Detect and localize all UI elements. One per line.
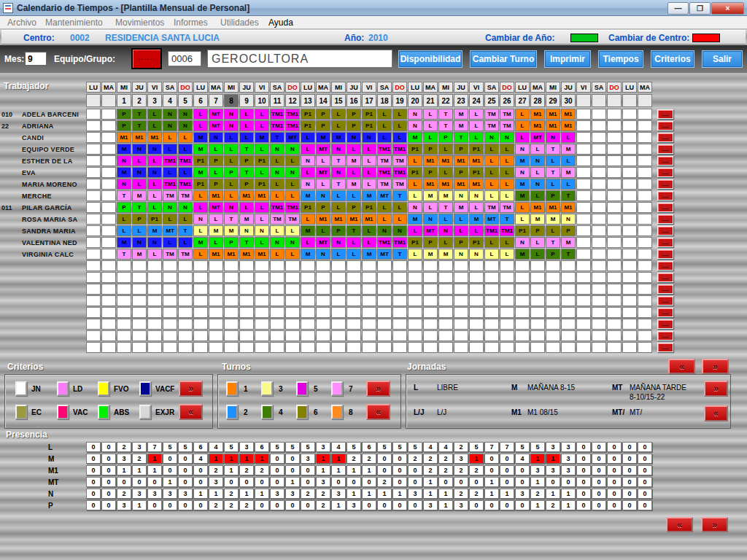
shift-cell[interactable]: M: [193, 132, 208, 143]
shift-cell[interactable]: L: [454, 225, 468, 236]
shift-cell[interactable]: TM1: [377, 167, 392, 178]
shift-cell[interactable]: M: [147, 225, 162, 236]
shift-cell[interactable]: [638, 167, 652, 178]
shift-cell[interactable]: [607, 155, 622, 166]
shift-cell[interactable]: L: [301, 144, 315, 155]
empty-cell[interactable]: [576, 272, 591, 283]
worker-options-button[interactable]: .....: [657, 191, 673, 201]
shift-cell[interactable]: L: [178, 237, 193, 248]
empty-cell[interactable]: [163, 272, 177, 283]
shift-cell[interactable]: T: [132, 120, 147, 131]
worker-options-button[interactable]: .....: [657, 226, 673, 236]
shift-cell[interactable]: [86, 132, 101, 143]
shift-cell[interactable]: L: [347, 144, 361, 155]
empty-cell[interactable]: [377, 330, 392, 341]
shift-cell[interactable]: P1: [408, 144, 422, 155]
shift-cell[interactable]: L: [469, 120, 484, 131]
shift-cell[interactable]: TM: [377, 155, 392, 166]
shift-cell[interactable]: [576, 237, 591, 248]
shift-cell[interactable]: L: [301, 214, 315, 225]
shift-cell[interactable]: [101, 144, 116, 155]
empty-cell[interactable]: [561, 307, 576, 318]
shift-cell[interactable]: M: [530, 214, 545, 225]
shift-cell[interactable]: N: [255, 225, 269, 236]
shift-cell[interactable]: N: [239, 225, 254, 236]
shift-cell[interactable]: L: [347, 190, 361, 201]
empty-cell[interactable]: [408, 272, 422, 283]
empty-cell[interactable]: [377, 260, 392, 271]
empty-cell[interactable]: [469, 260, 484, 271]
shift-cell[interactable]: P: [209, 155, 223, 166]
shift-cell[interactable]: L: [469, 225, 484, 236]
empty-cell[interactable]: [622, 342, 637, 353]
shift-cell[interactable]: [101, 167, 116, 178]
cambiar-turno-button[interactable]: Cambiar Turno: [470, 50, 537, 68]
shift-cell[interactable]: L: [285, 179, 300, 190]
shift-cell[interactable]: P: [132, 214, 147, 225]
shift-cell[interactable]: MT: [484, 214, 499, 225]
shift-cell[interactable]: L: [270, 249, 285, 260]
worker-options-button[interactable]: .....: [657, 133, 673, 142]
empty-cell[interactable]: [132, 330, 147, 341]
empty-cell[interactable]: [438, 260, 453, 271]
empty-cell[interactable]: [347, 330, 361, 341]
empty-cell[interactable]: [147, 260, 162, 271]
empty-cell[interactable]: [316, 330, 330, 341]
shift-cell[interactable]: T: [438, 120, 453, 131]
shift-cell[interactable]: L: [392, 214, 407, 225]
shift-cell[interactable]: L: [301, 237, 315, 248]
empty-cell[interactable]: [576, 319, 591, 330]
empty-cell[interactable]: [408, 260, 422, 271]
shift-cell[interactable]: [592, 179, 606, 190]
shift-cell[interactable]: P1: [147, 214, 162, 225]
empty-cell[interactable]: [622, 272, 637, 283]
shift-cell[interactable]: L: [561, 179, 576, 190]
shift-cell[interactable]: T: [438, 202, 453, 213]
shift-cell[interactable]: [622, 214, 637, 225]
empty-cell[interactable]: [147, 342, 162, 353]
worker-options-button[interactable]: .....: [657, 179, 673, 189]
empty-cell[interactable]: [132, 272, 147, 283]
empty-cell[interactable]: [454, 330, 468, 341]
menu-item-informes[interactable]: Informes: [174, 18, 208, 28]
shift-cell[interactable]: M: [193, 144, 208, 155]
shift-cell[interactable]: [592, 155, 606, 166]
shift-cell[interactable]: N: [117, 179, 131, 190]
shift-cell[interactable]: [86, 109, 101, 120]
shift-cell[interactable]: N: [454, 249, 468, 260]
empty-cell[interactable]: [163, 260, 177, 271]
shift-cell[interactable]: L: [270, 155, 285, 166]
empty-cell[interactable]: [392, 272, 407, 283]
shift-cell[interactable]: L: [362, 237, 376, 248]
shift-cell[interactable]: N: [484, 132, 499, 143]
shift-cell[interactable]: [607, 179, 622, 190]
empty-cell[interactable]: [285, 284, 300, 295]
empty-cell[interactable]: [438, 307, 453, 318]
shift-cell[interactable]: P1: [408, 167, 422, 178]
empty-cell[interactable]: [638, 284, 652, 295]
worker-options-button[interactable]: .....: [657, 214, 673, 224]
empty-cell[interactable]: [530, 284, 545, 295]
shift-cell[interactable]: MT: [285, 132, 300, 143]
shift-cell[interactable]: L: [117, 225, 131, 236]
empty-cell[interactable]: [239, 272, 254, 283]
shift-cell[interactable]: L: [515, 214, 530, 225]
empty-cell[interactable]: [561, 319, 576, 330]
shift-cell[interactable]: L: [178, 132, 193, 143]
salir-button[interactable]: Salir: [702, 50, 743, 68]
empty-cell[interactable]: [515, 284, 530, 295]
shift-cell[interactable]: [86, 155, 101, 166]
shift-cell[interactable]: L: [239, 132, 254, 143]
shift-cell[interactable]: M: [117, 167, 131, 178]
empty-cell[interactable]: [224, 284, 239, 295]
empty-cell[interactable]: [638, 272, 652, 283]
empty-cell[interactable]: [178, 307, 193, 318]
row-options-button[interactable]: .....: [657, 296, 673, 306]
shift-cell[interactable]: TM1: [163, 179, 177, 190]
empty-cell[interactable]: [622, 295, 637, 306]
shift-cell[interactable]: MT: [209, 120, 223, 131]
shift-cell[interactable]: [576, 155, 591, 166]
shift-cell[interactable]: L: [469, 109, 484, 120]
empty-cell[interactable]: [362, 319, 376, 330]
shift-cell[interactable]: L: [147, 190, 162, 201]
